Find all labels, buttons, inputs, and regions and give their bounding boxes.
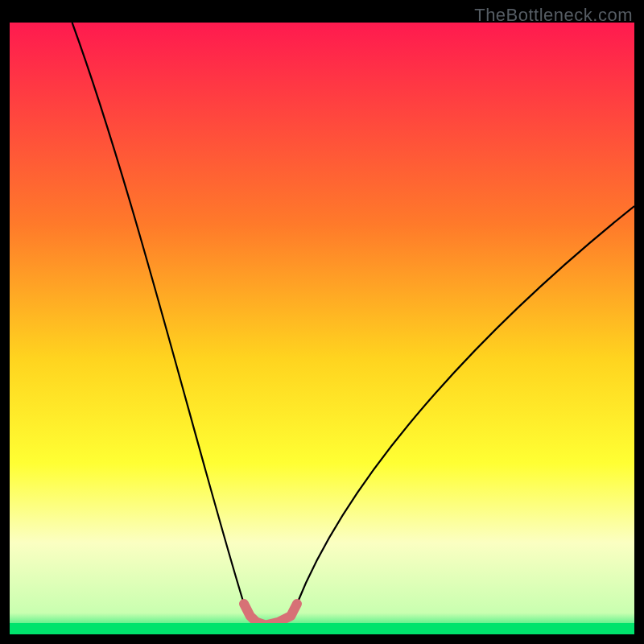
chart-container: TheBottleneck.com <box>0 0 644 644</box>
bottleneck-chart <box>0 0 644 644</box>
watermark-text: TheBottleneck.com <box>474 5 633 26</box>
optimal-baseline <box>10 623 634 634</box>
